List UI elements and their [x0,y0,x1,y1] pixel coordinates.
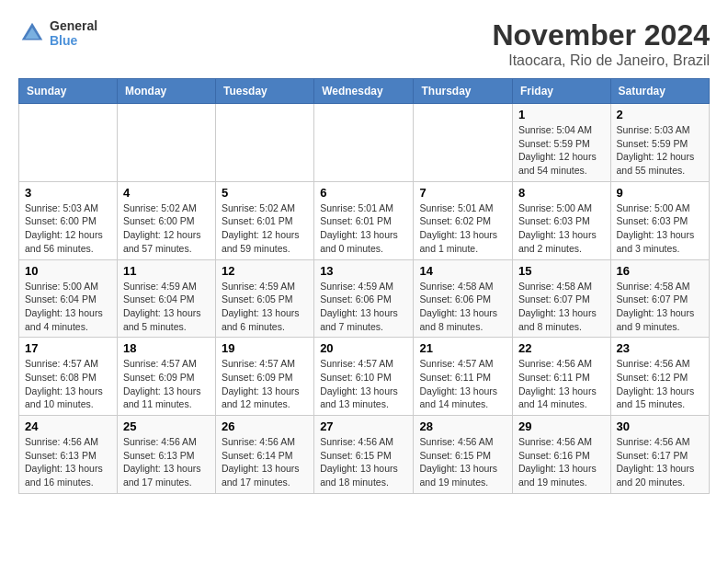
day-number: 28 [419,419,506,433]
weekday-header: Wednesday [314,79,414,104]
calendar-week-row: 3Sunrise: 5:03 AM Sunset: 6:00 PM Daylig… [19,181,710,259]
day-info: Sunrise: 4:59 AM Sunset: 6:06 PM Dayligh… [320,280,407,334]
calendar-cell: 28Sunrise: 4:56 AM Sunset: 6:15 PM Dayli… [414,416,513,494]
day-number: 27 [320,419,407,433]
calendar-cell: 9Sunrise: 5:00 AM Sunset: 6:03 PM Daylig… [610,181,709,259]
day-number: 7 [419,186,506,200]
calendar-cell: 18Sunrise: 4:57 AM Sunset: 6:09 PM Dayli… [117,338,215,416]
day-number: 25 [123,419,210,433]
day-info: Sunrise: 4:56 AM Sunset: 6:17 PM Dayligh… [617,435,703,489]
weekday-header: Tuesday [215,79,313,104]
calendar-cell: 20Sunrise: 4:57 AM Sunset: 6:10 PM Dayli… [314,338,414,416]
calendar-cell: 7Sunrise: 5:01 AM Sunset: 6:02 PM Daylig… [414,181,513,259]
calendar-cell [117,104,215,182]
day-info: Sunrise: 5:02 AM Sunset: 6:00 PM Dayligh… [123,201,210,256]
calendar-cell: 22Sunrise: 4:56 AM Sunset: 6:11 PM Dayli… [513,338,611,416]
day-info: Sunrise: 4:56 AM Sunset: 6:13 PM Dayligh… [123,435,210,489]
day-number: 15 [518,264,605,278]
calendar-cell: 2Sunrise: 5:03 AM Sunset: 5:59 PM Daylig… [610,104,709,182]
calendar-cell: 21Sunrise: 4:57 AM Sunset: 6:11 PM Dayli… [414,338,513,416]
day-info: Sunrise: 4:56 AM Sunset: 6:15 PM Dayligh… [320,435,407,489]
day-info: Sunrise: 4:56 AM Sunset: 6:16 PM Dayligh… [518,435,605,489]
day-info: Sunrise: 4:57 AM Sunset: 6:11 PM Dayligh… [419,357,506,411]
weekday-header: Thursday [414,79,513,104]
calendar-cell: 4Sunrise: 5:02 AM Sunset: 6:00 PM Daylig… [117,181,215,259]
day-number: 9 [617,186,703,200]
calendar-cell: 19Sunrise: 4:57 AM Sunset: 6:09 PM Dayli… [215,338,313,416]
calendar-cell: 8Sunrise: 5:00 AM Sunset: 6:03 PM Daylig… [513,181,611,259]
calendar-cell: 12Sunrise: 4:59 AM Sunset: 6:05 PM Dayli… [215,259,313,338]
day-number: 4 [123,186,210,200]
day-info: Sunrise: 4:56 AM Sunset: 6:11 PM Dayligh… [518,357,605,411]
calendar-week-row: 24Sunrise: 4:56 AM Sunset: 6:13 PM Dayli… [19,416,710,494]
day-info: Sunrise: 5:01 AM Sunset: 6:01 PM Dayligh… [320,201,407,256]
logo-text: General Blue [50,18,97,48]
day-number: 29 [518,419,605,433]
day-info: Sunrise: 4:57 AM Sunset: 6:10 PM Dayligh… [320,357,407,411]
day-info: Sunrise: 4:57 AM Sunset: 6:09 PM Dayligh… [123,357,210,411]
day-number: 14 [419,264,506,278]
day-number: 22 [518,341,605,355]
weekday-header: Saturday [610,79,709,104]
day-number: 3 [25,186,111,200]
day-number: 17 [25,341,111,355]
logo: General Blue [18,18,97,48]
calendar-cell: 30Sunrise: 4:56 AM Sunset: 6:17 PM Dayli… [610,416,709,494]
calendar-title: November 2024 [492,18,710,52]
day-number: 10 [25,264,111,278]
calendar-cell: 16Sunrise: 4:58 AM Sunset: 6:07 PM Dayli… [610,259,709,338]
day-info: Sunrise: 4:56 AM Sunset: 6:13 PM Dayligh… [25,435,111,489]
day-info: Sunrise: 4:56 AM Sunset: 6:14 PM Dayligh… [222,435,308,489]
calendar-cell: 29Sunrise: 4:56 AM Sunset: 6:16 PM Dayli… [513,416,611,494]
logo-line2: Blue [50,33,97,48]
day-number: 12 [222,264,308,278]
calendar-week-row: 1Sunrise: 5:04 AM Sunset: 5:59 PM Daylig… [19,104,710,182]
calendar-cell: 15Sunrise: 4:58 AM Sunset: 6:07 PM Dayli… [513,259,611,338]
weekday-header: Monday [117,79,215,104]
day-number: 16 [617,264,703,278]
logo-line1: General [50,18,97,33]
day-number: 26 [222,419,308,433]
day-info: Sunrise: 5:00 AM Sunset: 6:03 PM Dayligh… [518,201,605,256]
day-number: 23 [617,341,703,355]
day-info: Sunrise: 5:03 AM Sunset: 5:59 PM Dayligh… [617,123,703,178]
day-info: Sunrise: 4:57 AM Sunset: 6:08 PM Dayligh… [25,357,111,411]
day-number: 8 [518,186,605,200]
day-info: Sunrise: 4:56 AM Sunset: 6:12 PM Dayligh… [617,357,703,411]
calendar-week-row: 17Sunrise: 4:57 AM Sunset: 6:08 PM Dayli… [19,338,710,416]
calendar-cell: 25Sunrise: 4:56 AM Sunset: 6:13 PM Dayli… [117,416,215,494]
day-info: Sunrise: 5:04 AM Sunset: 5:59 PM Dayligh… [518,123,605,178]
calendar-cell: 27Sunrise: 4:56 AM Sunset: 6:15 PM Dayli… [314,416,414,494]
day-info: Sunrise: 5:00 AM Sunset: 6:04 PM Dayligh… [25,280,111,334]
day-number: 1 [518,108,605,121]
calendar-cell: 10Sunrise: 5:00 AM Sunset: 6:04 PM Dayli… [19,259,118,338]
weekday-header: Sunday [19,79,118,104]
day-number: 5 [222,186,308,200]
calendar-cell: 23Sunrise: 4:56 AM Sunset: 6:12 PM Dayli… [610,338,709,416]
title-block: November 2024 Itaocara, Rio de Janeiro, … [492,18,710,69]
day-number: 11 [123,264,210,278]
calendar-cell: 24Sunrise: 4:56 AM Sunset: 6:13 PM Dayli… [19,416,118,494]
calendar-cell [215,104,313,182]
day-number: 6 [320,186,407,200]
day-info: Sunrise: 5:03 AM Sunset: 6:00 PM Dayligh… [25,201,111,256]
day-info: Sunrise: 5:02 AM Sunset: 6:01 PM Dayligh… [222,201,308,256]
calendar-cell: 14Sunrise: 4:58 AM Sunset: 6:06 PM Dayli… [414,259,513,338]
day-number: 20 [320,341,407,355]
calendar-cell: 5Sunrise: 5:02 AM Sunset: 6:01 PM Daylig… [215,181,313,259]
day-info: Sunrise: 4:57 AM Sunset: 6:09 PM Dayligh… [222,357,308,411]
calendar-cell: 1Sunrise: 5:04 AM Sunset: 5:59 PM Daylig… [513,104,611,182]
day-number: 2 [617,108,703,121]
calendar-cell [19,104,118,182]
day-info: Sunrise: 4:59 AM Sunset: 6:05 PM Dayligh… [222,280,308,334]
day-info: Sunrise: 4:59 AM Sunset: 6:04 PM Dayligh… [123,280,210,334]
calendar-cell: 17Sunrise: 4:57 AM Sunset: 6:08 PM Dayli… [19,338,118,416]
day-info: Sunrise: 4:56 AM Sunset: 6:15 PM Dayligh… [419,435,506,489]
day-number: 19 [222,341,308,355]
calendar-cell [314,104,414,182]
calendar-cell: 3Sunrise: 5:03 AM Sunset: 6:00 PM Daylig… [19,181,118,259]
day-info: Sunrise: 4:58 AM Sunset: 6:06 PM Dayligh… [419,280,506,334]
day-number: 24 [25,419,111,433]
weekday-header-row: SundayMondayTuesdayWednesdayThursdayFrid… [19,79,710,104]
calendar-subtitle: Itaocara, Rio de Janeiro, Brazil [492,52,710,69]
